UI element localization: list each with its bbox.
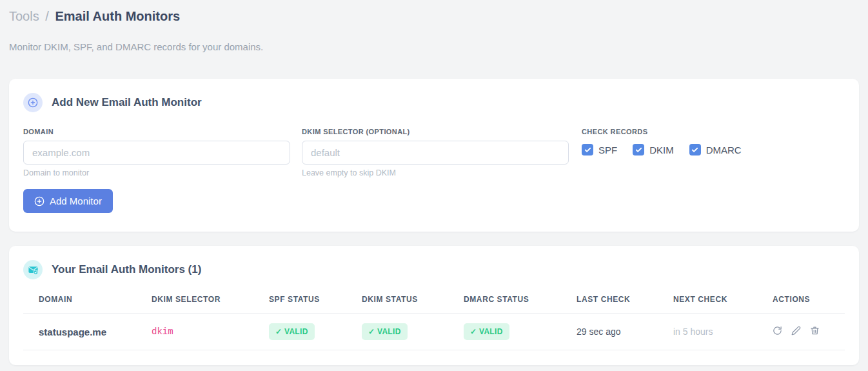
column-header-domain: DOMAIN [23, 288, 136, 314]
monitors-list-card-title: Your Email Auth Monitors (1) [52, 263, 201, 276]
page-title: Email Auth Monitors [55, 9, 180, 23]
plus-circle-icon [34, 196, 44, 206]
add-monitor-card-header: Add New Email Auth Monitor [23, 93, 845, 112]
breadcrumb: Tools / Email Auth Monitors [9, 8, 859, 25]
monitor-last-check: 29 sec ago [561, 314, 658, 350]
monitor-domain: statuspage.me [23, 314, 136, 350]
row-actions [773, 326, 820, 336]
table-row: statuspage.me dkim ✓ VALID ✓ VALID ✓ VAL… [23, 314, 845, 350]
dkim-checkbox[interactable]: DKIM [633, 144, 674, 155]
add-monitor-button-label: Add Monitor [50, 196, 102, 206]
breadcrumb-separator: / [43, 9, 52, 23]
spf-checkbox[interactable]: SPF [582, 144, 617, 155]
check-records-options: SPF DKIM DMARC [582, 144, 742, 155]
plus-circle-icon [23, 93, 43, 112]
monitors-list-card: Your Email Auth Monitors (1) DOMAIN DKIM… [9, 246, 859, 365]
dkim-selector-field-label: DKIM SELECTOR (OPTIONAL) [302, 128, 569, 135]
add-monitor-card-title: Add New Email Auth Monitor [52, 96, 202, 109]
add-monitor-card: Add New Email Auth Monitor DOMAIN Domain… [9, 79, 859, 232]
check-records-group: CHECK RECORDS SPF DKIM [582, 128, 742, 177]
dkim-status-badge: ✓ VALID [362, 323, 408, 340]
monitor-dkim-selector: dkim [136, 314, 253, 350]
delete-icon[interactable] [810, 326, 820, 336]
add-monitor-button[interactable]: Add Monitor [23, 189, 113, 213]
monitors-table: DOMAIN DKIM SELECTOR SPF STATUS DKIM STA… [23, 288, 845, 350]
column-header-dkim-status: DKIM STATUS [346, 288, 448, 314]
column-header-actions: ACTIONS [757, 288, 845, 314]
breadcrumb-tools-link[interactable]: Tools [9, 9, 39, 23]
add-monitor-form: DOMAIN Domain to monitor DKIM SELECTOR (… [23, 128, 845, 177]
spf-checkbox-label: SPF [598, 145, 617, 155]
dmarc-checkbox-label: DMARC [706, 145, 742, 155]
dkim-selector-input[interactable] [302, 141, 569, 165]
dkim-checkbox-label: DKIM [649, 145, 674, 155]
domain-input[interactable] [23, 141, 290, 165]
page-subtitle: Monitor DKIM, SPF, and DMARC records for… [9, 41, 859, 52]
dmarc-checkbox[interactable]: DMARC [689, 144, 742, 155]
refresh-icon[interactable] [773, 326, 782, 336]
email-auth-monitors-page: Tools / Email Auth Monitors Monitor DKIM… [0, 0, 868, 365]
check-records-label: CHECK RECORDS [582, 128, 742, 135]
dkim-selector-field-hint: Leave empty to skip DKIM [302, 168, 569, 177]
monitor-next-check: in 5 hours [658, 314, 757, 350]
checkbox-check-icon [582, 144, 593, 155]
checkbox-check-icon [689, 144, 701, 155]
domain-field-hint: Domain to monitor [23, 168, 290, 177]
envelope-check-icon [23, 260, 43, 279]
column-header-dkim-selector: DKIM SELECTOR [136, 288, 253, 314]
column-header-last-check: LAST CHECK [561, 288, 658, 314]
table-header-row: DOMAIN DKIM SELECTOR SPF STATUS DKIM STA… [23, 288, 845, 314]
domain-field-label: DOMAIN [23, 128, 290, 135]
column-header-dmarc-status: DMARC STATUS [448, 288, 561, 314]
dkim-selector-field-group: DKIM SELECTOR (OPTIONAL) Leave empty to … [302, 128, 569, 177]
column-header-spf-status: SPF STATUS [253, 288, 346, 314]
monitors-list-card-header: Your Email Auth Monitors (1) [23, 260, 845, 279]
edit-icon[interactable] [791, 326, 801, 336]
domain-field-group: DOMAIN Domain to monitor [23, 128, 290, 177]
dmarc-status-badge: ✓ VALID [464, 323, 509, 340]
checkbox-check-icon [633, 144, 644, 155]
column-header-next-check: NEXT CHECK [658, 288, 757, 314]
spf-status-badge: ✓ VALID [269, 323, 315, 340]
